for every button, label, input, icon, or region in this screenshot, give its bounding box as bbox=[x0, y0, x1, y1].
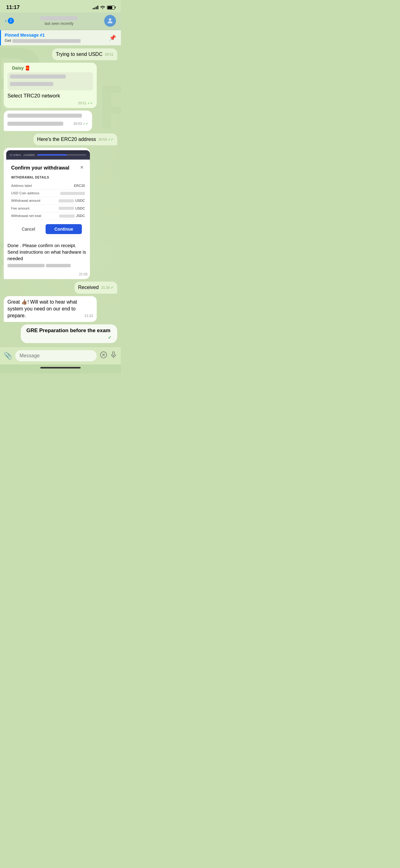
bubble-outgoing-1[interactable]: Trying to send USDC 20:51 bbox=[52, 49, 117, 60]
message-row-6: Received 21:16 ✓ bbox=[4, 282, 117, 293]
bubble-outgoing-erc20[interactable]: Here's the ERC20 address 20:53 ✓✓ bbox=[33, 133, 117, 145]
cancel-withdrawal-button[interactable]: Cancel bbox=[14, 224, 43, 234]
withdrawal-row-2: USD Coin address bbox=[11, 190, 85, 197]
bubble-text-received: Received bbox=[78, 285, 99, 290]
last-seen-status: last seen recently bbox=[17, 22, 101, 26]
cancel-sticker-icon[interactable] bbox=[100, 351, 107, 361]
pinned-message-bar[interactable]: Pinned Message #1 Get 📌 bbox=[0, 30, 121, 45]
reply-preview bbox=[7, 72, 93, 90]
sender-emoji: 🧧 bbox=[25, 65, 30, 71]
status-bar: 11:17 bbox=[0, 0, 121, 12]
withdrawal-row-4: Fee amount USDC bbox=[11, 205, 85, 212]
bubble-incoming-daisy[interactable]: Daisy 🧧 Select TRC20 network 20:51 ✓✓ bbox=[4, 63, 97, 108]
withdrawal-close-btn[interactable]: ✕ bbox=[79, 164, 85, 171]
withdrawal-row-5: Withdrawal net total JSDC bbox=[11, 212, 85, 220]
battery-icon bbox=[107, 6, 115, 10]
message-time-5: 21:03 bbox=[79, 272, 88, 277]
sender-name-daisy: Daisy 🧧 bbox=[7, 65, 93, 71]
attach-button[interactable]: 📎 bbox=[4, 352, 12, 360]
bubble-incoming-blurred[interactable]: 20:53 ✓✓ bbox=[4, 111, 92, 131]
message-time-6: 21:16 ✓ bbox=[101, 285, 113, 290]
message-row-1: Trying to send USDC 20:51 bbox=[4, 49, 117, 60]
gre-text: GRE Preparation before the exam bbox=[26, 328, 110, 333]
chat-header[interactable]: ‹ 2 last seen recently bbox=[0, 12, 121, 30]
svg-point-0 bbox=[109, 18, 111, 21]
message-time-3: 20:53 ✓✓ bbox=[73, 121, 89, 126]
message-time-4: 20:53 ✓✓ bbox=[98, 137, 113, 142]
withdrawal-caption: Done . Please confirm on receipt.Send in… bbox=[6, 241, 88, 262]
bubble-incoming-great[interactable]: Great 👍🏽! Will wait to hear what system … bbox=[4, 296, 97, 322]
bubble-gre[interactable]: GRE Preparation before the exam ✓ bbox=[21, 324, 117, 343]
withdrawal-subtitle: WITHDRAWAL DETAILS bbox=[11, 176, 85, 180]
bubble-outgoing-received[interactable]: Received 21:16 ✓ bbox=[74, 282, 117, 293]
message-time-7: 21:22 bbox=[85, 314, 93, 318]
message-row-3: 20:53 ✓✓ bbox=[4, 111, 117, 131]
home-indicator bbox=[0, 365, 121, 373]
withdrawal-image-container: In orders Available Confirm your withdra… bbox=[6, 150, 90, 239]
withdrawal-row-1: Address label ERC20 bbox=[11, 182, 85, 190]
withdrawal-row-3: Withdrawal amount USDC bbox=[11, 197, 85, 205]
bubble-text-erc20: Here's the ERC20 address bbox=[37, 136, 96, 142]
status-icons bbox=[93, 5, 115, 10]
withdrawal-title: Confirm your withdrawal bbox=[11, 164, 69, 172]
back-button[interactable]: ‹ 2 bbox=[5, 18, 14, 24]
back-badge: 2 bbox=[8, 18, 14, 24]
bubble-incoming-withdrawal[interactable]: In orders Available Confirm your withdra… bbox=[4, 148, 90, 279]
pinned-preview: Get bbox=[5, 38, 80, 43]
svg-rect-4 bbox=[112, 352, 114, 355]
message-input[interactable] bbox=[15, 350, 97, 361]
message-row-5: In orders Available Confirm your withdra… bbox=[4, 148, 117, 279]
bubble-text-great: Great 👍🏽! Will wait to hear what system … bbox=[7, 299, 77, 318]
bubble-text-daisy: Select TRC20 network bbox=[7, 92, 93, 100]
contact-avatar[interactable] bbox=[104, 15, 116, 27]
chat-area: P P P Trying to send USDC 20:51 Daisy 🧧 … bbox=[0, 45, 121, 347]
pinned-label: Pinned Message #1 bbox=[5, 33, 80, 37]
mic-icon[interactable] bbox=[110, 351, 117, 361]
message-time: 20:51 bbox=[105, 52, 113, 57]
message-time-2: 20:51 ✓✓ bbox=[78, 101, 93, 105]
header-center: last seen recently bbox=[17, 16, 101, 26]
contact-name-blurred bbox=[40, 16, 77, 21]
input-bar: 📎 bbox=[0, 347, 121, 365]
bubble-text: Trying to send USDC bbox=[56, 52, 103, 57]
status-time: 11:17 bbox=[6, 4, 20, 10]
message-row-8: GRE Preparation before the exam ✓ bbox=[4, 324, 117, 343]
message-row-2: Daisy 🧧 Select TRC20 network 20:51 ✓✓ bbox=[4, 63, 117, 108]
wifi-icon bbox=[100, 5, 105, 10]
gre-checkmark: ✓ bbox=[108, 335, 112, 340]
pinned-pin-icon: 📌 bbox=[109, 34, 116, 41]
back-chevron-icon: ‹ bbox=[5, 18, 7, 24]
message-row-4: Here's the ERC20 address 20:53 ✓✓ bbox=[4, 133, 117, 145]
signal-icon bbox=[93, 6, 98, 9]
home-bar bbox=[40, 367, 80, 369]
message-row-7: Great 👍🏽! Will wait to hear what system … bbox=[4, 296, 117, 322]
continue-withdrawal-button[interactable]: Continue bbox=[45, 224, 82, 234]
